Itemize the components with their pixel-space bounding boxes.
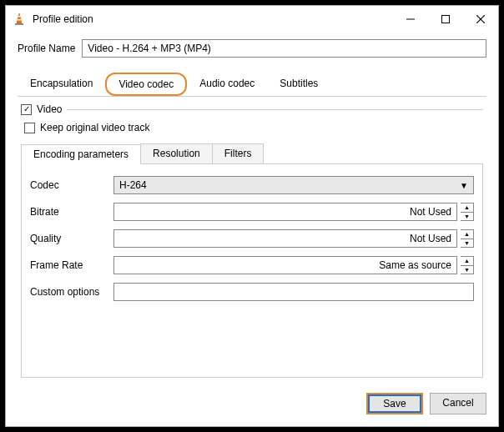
quality-value: Not Used	[410, 233, 451, 244]
titlebar: Profile edition	[6, 6, 498, 33]
subtab-resolution[interactable]: Resolution	[140, 143, 213, 163]
svg-rect-3	[15, 23, 23, 25]
codec-row: Codec H-264 ▼	[30, 176, 474, 194]
quality-label: Quality	[30, 233, 110, 244]
svg-rect-1	[18, 16, 20, 18]
footer-buttons: Save Cancel	[6, 384, 498, 426]
window-buttons	[393, 6, 498, 33]
close-button[interactable]	[463, 6, 498, 33]
custom-options-label: Custom options	[30, 286, 110, 298]
content-area: Profile Name Encapsulation Video codec A…	[6, 33, 498, 384]
spinner-down-icon[interactable]: ▼	[461, 266, 473, 274]
svg-rect-2	[18, 19, 21, 21]
video-label: Video	[37, 103, 62, 115]
main-tabs: Encapsulation Video codec Audio codec Su…	[18, 73, 486, 97]
quality-input[interactable]: Not Used	[113, 229, 457, 248]
profile-name-label: Profile Name	[18, 43, 75, 54]
bitrate-row: Bitrate Not Used ▲ ▼	[30, 203, 474, 221]
spinner-up-icon[interactable]: ▲	[461, 230, 473, 239]
svg-marker-0	[17, 13, 22, 23]
framerate-spinner[interactable]: ▲ ▼	[461, 256, 474, 274]
bitrate-spinner[interactable]: ▲ ▼	[461, 203, 474, 221]
save-button[interactable]: Save	[366, 393, 423, 414]
sub-tabs: Encoding parameters Resolution Filters	[21, 143, 483, 163]
bitrate-input[interactable]: Not Used	[113, 203, 457, 221]
cancel-button[interactable]: Cancel	[430, 393, 486, 414]
keep-original-row: Keep original video track	[21, 120, 483, 135]
quality-row: Quality Not Used ▲ ▼	[30, 229, 474, 248]
spinner-up-icon[interactable]: ▲	[461, 203, 473, 213]
profile-edition-window: Profile edition Profile Name Encapsulati…	[5, 5, 499, 427]
tab-encapsulation[interactable]: Encapsulation	[18, 73, 105, 96]
spinner-down-icon[interactable]: ▼	[461, 213, 473, 221]
maximize-button[interactable]	[428, 6, 463, 33]
framerate-row: Frame Rate Same as source ▲ ▼	[30, 256, 474, 274]
custom-options-row: Custom options	[30, 283, 474, 301]
subtab-encoding[interactable]: Encoding parameters	[21, 144, 141, 164]
custom-options-input[interactable]	[113, 283, 474, 301]
profile-name-row: Profile Name	[18, 39, 486, 58]
keep-original-label: Keep original video track	[40, 122, 149, 133]
codec-label: Codec	[30, 179, 110, 191]
quality-spinner[interactable]: ▲ ▼	[461, 229, 474, 248]
framerate-value: Same as source	[379, 259, 451, 271]
window-title: Profile edition	[33, 13, 393, 25]
keep-original-checkbox[interactable]	[24, 123, 35, 133]
subtab-filters[interactable]: Filters	[212, 143, 265, 163]
chevron-down-icon: ▼	[460, 181, 468, 190]
video-fieldset: Video	[21, 103, 483, 115]
profile-name-input[interactable]	[82, 39, 486, 58]
bitrate-label: Bitrate	[30, 206, 110, 218]
tab-subtitles[interactable]: Subtitles	[267, 73, 330, 96]
minimize-button[interactable]	[393, 6, 428, 33]
spinner-down-icon[interactable]: ▼	[461, 239, 473, 248]
bitrate-value: Not Used	[410, 206, 451, 218]
spinner-up-icon[interactable]: ▲	[461, 257, 473, 266]
svg-rect-5	[442, 16, 450, 23]
framerate-input[interactable]: Same as source	[113, 256, 457, 274]
tab-video-codec[interactable]: Video codec	[105, 73, 187, 96]
divider	[67, 109, 483, 110]
framerate-label: Frame Rate	[30, 259, 110, 271]
tab-body: Video Keep original video track Encoding…	[18, 97, 486, 381]
codec-value: H-264	[119, 179, 147, 191]
vlc-cone-icon	[13, 13, 26, 26]
encoding-panel: Codec H-264 ▼ Bitrate Not Used ▲ ▼	[21, 163, 483, 378]
codec-select[interactable]: H-264 ▼	[113, 176, 474, 194]
video-checkbox[interactable]	[21, 104, 32, 115]
tab-audio-codec[interactable]: Audio codec	[187, 73, 267, 96]
